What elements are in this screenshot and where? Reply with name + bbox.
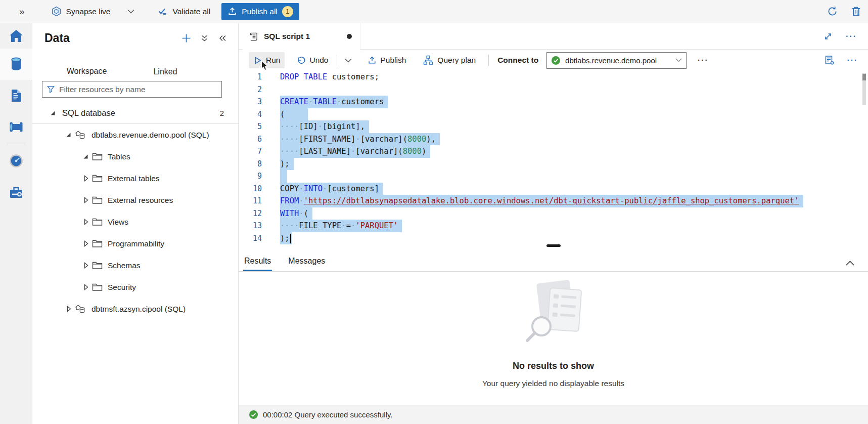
twisty-collapsed-icon[interactable] <box>65 305 73 313</box>
properties-icon[interactable] <box>824 55 835 66</box>
line-number: 5 <box>239 120 262 133</box>
expand-all-icon[interactable] <box>200 34 209 43</box>
results-body: No results to show Your query yielded no… <box>239 272 868 405</box>
nav-manage[interactable] <box>0 177 32 208</box>
tree-item-security[interactable]: Security <box>32 276 238 298</box>
nav-data[interactable] <box>0 49 32 80</box>
nav-monitor[interactable] <box>0 145 32 177</box>
twisty-collapsed-icon[interactable] <box>82 239 90 248</box>
code-line-7[interactable]: 7····[LAST_NAME]·[varchar](8000) <box>239 145 868 158</box>
code-line-13[interactable]: 13····FILE_TYPE·=·'PARQUET' <box>239 220 868 232</box>
code-line-10[interactable]: 10COPY·INTO·[customers] <box>239 183 868 195</box>
toolbar-divider <box>337 55 337 66</box>
code-line-content[interactable]: ····[ID]·[bigint], <box>280 120 369 133</box>
code-line-3[interactable]: 3CREATE·TABLE·customers <box>239 96 868 108</box>
filter-box <box>42 81 222 98</box>
expand-nav-icon[interactable]: » <box>19 6 25 17</box>
twisty-collapsed-icon[interactable] <box>82 174 90 183</box>
code-line-12[interactable]: 12WITH·( <box>239 207 868 220</box>
code-line-content[interactable]: ····FILE_TYPE·=·'PARQUET' <box>280 220 402 232</box>
discard-trash-icon[interactable] <box>850 6 862 17</box>
undo-button[interactable]: Undo <box>292 52 333 68</box>
code-line-content[interactable]: ····[FIRST_NAME]·[varchar](8000), <box>280 133 440 146</box>
tree-item-sql-database[interactable]: SQL database2 <box>32 102 238 124</box>
code-line-5[interactable]: 5····[ID]·[bigint], <box>239 120 868 133</box>
filter-input[interactable] <box>59 85 217 94</box>
unsaved-indicator <box>347 34 352 39</box>
twisty-expanded-icon[interactable] <box>49 109 57 117</box>
refresh-icon[interactable] <box>827 6 838 17</box>
tree-item-count: 2 <box>220 109 224 117</box>
validate-all-button[interactable]: Validate all <box>158 7 210 17</box>
nav-integrate[interactable] <box>0 111 32 143</box>
code-line-9[interactable]: 9 <box>239 170 868 183</box>
line-number: 12 <box>239 207 262 220</box>
tree-item-dbtlabs-revenue-demo-pool-sql[interactable]: dbtlabs.revenue.demo.pool (SQL) <box>32 124 238 146</box>
twisty-collapsed-icon[interactable] <box>82 218 90 226</box>
tree-item-external-tables[interactable]: External tables <box>32 167 238 189</box>
code-line-content[interactable]: ); <box>280 158 294 171</box>
code-area[interactable]: 1DROP TABLE customers;23CREATE·TABLE·cus… <box>239 71 868 245</box>
nav-develop[interactable] <box>0 80 32 111</box>
code-line-content[interactable]: COPY·INTO·[customers] <box>280 183 383 195</box>
tab-messages[interactable]: Messages <box>287 257 326 271</box>
success-check-icon <box>249 410 258 419</box>
folder-icon <box>92 174 103 183</box>
top-command-bar: » Synapse live Validate all Publish all … <box>0 0 868 23</box>
tree-item-programmability[interactable]: Programmability <box>32 233 238 255</box>
editor-tab-row: SQL script 1 ··· <box>239 23 868 50</box>
tree-item-external-resources[interactable]: External resources <box>32 189 238 211</box>
collapse-results-icon[interactable] <box>845 260 855 266</box>
line-number: 8 <box>239 158 262 171</box>
publish-button[interactable]: Publish <box>363 52 411 68</box>
line-number: 3 <box>239 96 262 108</box>
query-plan-button[interactable]: Query plan <box>419 52 480 69</box>
code-line-4[interactable]: 4( <box>239 108 868 121</box>
tree-item-dbtmsft-azsyn-cipool-sql[interactable]: dbtmsft.azsyn.cipool (SQL) <box>32 298 238 320</box>
resource-tree: SQL database2dbtlabs.revenue.demo.pool (… <box>32 102 238 320</box>
results-splitter-handle[interactable] <box>546 244 561 247</box>
publish-icon <box>368 56 377 65</box>
publish-all-button[interactable]: Publish all 1 <box>221 3 299 20</box>
code-line-content[interactable]: DROP TABLE customers; <box>280 71 379 83</box>
code-line-content[interactable]: ( <box>280 108 308 121</box>
undo-redo-caret-icon[interactable] <box>341 58 356 63</box>
nav-home[interactable] <box>0 23 32 49</box>
tab-workspace[interactable]: Workspace <box>50 60 124 84</box>
code-line-2[interactable]: 2 <box>239 83 868 96</box>
toolbar-more-icon[interactable]: ··· <box>698 56 709 65</box>
add-resource-icon[interactable] <box>181 33 191 43</box>
code-line-14[interactable]: 14); <box>239 232 868 245</box>
tree-item-schemas[interactable]: Schemas <box>32 255 238 276</box>
expand-editor-icon[interactable] <box>824 32 833 41</box>
twisty-collapsed-icon[interactable] <box>82 196 90 204</box>
tab-sql-script-1[interactable]: SQL script 1 <box>242 23 360 50</box>
code-line-1[interactable]: 1DROP TABLE customers; <box>239 71 868 83</box>
tab-results[interactable]: Results <box>243 257 272 271</box>
code-line-content[interactable]: ····[LAST_NAME]·[varchar](8000) <box>280 145 430 158</box>
code-line-content[interactable]: CREATE·TABLE·customers <box>280 96 388 108</box>
tab-more-icon[interactable]: ··· <box>846 32 857 41</box>
tree-item-tables[interactable]: Tables <box>32 146 238 167</box>
twisty-expanded-icon[interactable] <box>82 152 90 161</box>
undo-icon <box>296 56 305 65</box>
collapse-panel-icon[interactable] <box>218 34 227 43</box>
code-line-11[interactable]: 11FROM·'https://dbtlabsynapsedatalake.bl… <box>239 195 868 207</box>
code-line-6[interactable]: 6····[FIRST_NAME]·[varchar](8000), <box>239 133 868 146</box>
code-line-content[interactable]: ); <box>280 232 292 245</box>
tab-linked[interactable]: Linked <box>135 60 196 84</box>
editor-more-icon[interactable]: ··· <box>847 56 858 65</box>
code-line-content[interactable]: WITH·( <box>280 207 312 220</box>
twisty-expanded-icon[interactable] <box>65 131 73 139</box>
code-line-content[interactable]: FROM·'https://dbtlabsynapsedatalake.blob… <box>280 195 803 207</box>
connection-dropdown[interactable]: dbtlabs.revenue.demo.pool <box>546 52 687 69</box>
environment-caret-icon[interactable] <box>127 9 134 14</box>
environment-label: Synapse live <box>66 7 111 16</box>
environment-switcher[interactable]: Synapse live <box>51 6 111 17</box>
code-line-content[interactable] <box>280 170 287 183</box>
tree-item-views[interactable]: Views <box>32 211 238 233</box>
twisty-collapsed-icon[interactable] <box>82 283 90 291</box>
editor-scrollbar-thumb[interactable] <box>862 74 866 80</box>
twisty-collapsed-icon[interactable] <box>82 261 90 270</box>
code-line-8[interactable]: 8); <box>239 158 868 171</box>
